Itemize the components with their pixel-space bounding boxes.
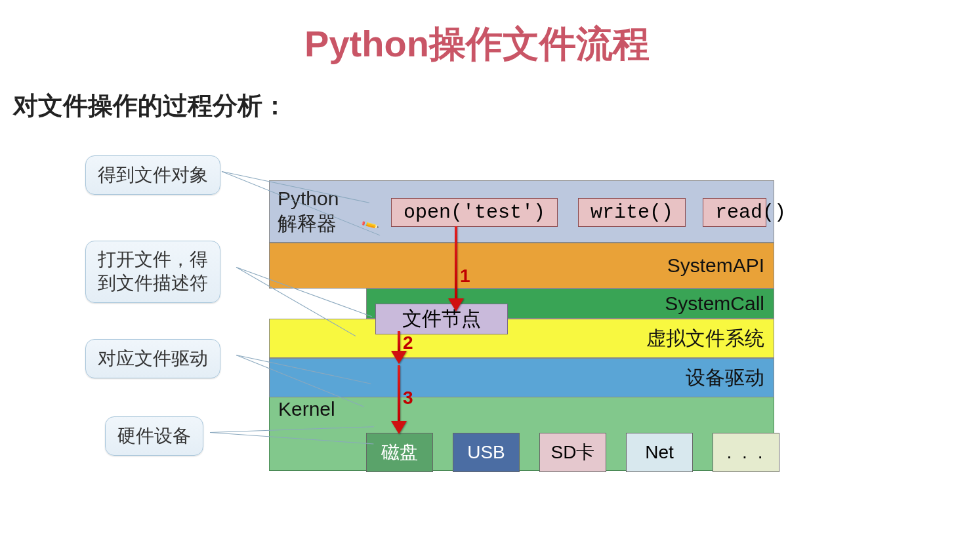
- device-driver-label: 设备驱动: [686, 365, 764, 391]
- layer-system-api: SystemAPI: [269, 243, 774, 289]
- callout-hardware: 硬件设备: [105, 416, 203, 456]
- hardware-net: Net: [626, 433, 693, 472]
- system-call-label: SystemCall: [665, 292, 764, 315]
- interpreter-text: 解释器: [278, 212, 337, 234]
- function-open: open('test'): [391, 198, 558, 227]
- arrow-3-number: 3: [403, 388, 413, 409]
- layer-stack: Kernel Python 解释器 ✏️ open('test') write(…: [269, 180, 774, 319]
- connector-line-4a: [210, 426, 374, 433]
- pen-annotation-icon: ✏️: [360, 215, 380, 235]
- layer-python-interpreter: Python 解释器 ✏️ open('test') write() read(…: [269, 180, 774, 243]
- callout-file-driver: 对应文件驱动: [85, 339, 220, 378]
- hardware-usb: USB: [453, 433, 520, 472]
- layer-vfs: 虚拟文件系统: [269, 319, 774, 358]
- callout-file-descriptor: 打开文件，得 到文件描述符: [85, 241, 220, 303]
- arrow-1: 1: [455, 226, 464, 311]
- hardware-row: 磁盘 USB SD卡 Net . . .: [366, 433, 779, 472]
- arrow-2-number: 2: [403, 332, 413, 353]
- callout-file-descriptor-line1: 打开文件，得: [98, 249, 208, 270]
- file-node-box: 文件节点: [375, 304, 508, 334]
- arrow-3: 3: [398, 365, 407, 434]
- connector-line-4b: [210, 432, 373, 444]
- hardware-more: . . .: [713, 433, 779, 472]
- arrow-1-number: 1: [460, 266, 470, 287]
- vfs-label: 虚拟文件系统: [646, 325, 764, 352]
- function-read: read(): [703, 198, 766, 227]
- hardware-disk: 磁盘: [366, 433, 433, 472]
- page-title: Python操作文件流程: [0, 0, 954, 83]
- callout-file-object: 得到文件对象: [85, 155, 220, 195]
- arrow-2: 2: [398, 331, 407, 364]
- system-api-label: SystemAPI: [667, 254, 764, 277]
- function-write: write(): [578, 198, 686, 227]
- hardware-sd: SD卡: [539, 433, 606, 472]
- kernel-label: Kernel: [278, 398, 335, 420]
- callout-file-descriptor-line2: 到文件描述符: [98, 273, 208, 293]
- page-subtitle: 对文件操作的过程分析：: [0, 83, 954, 136]
